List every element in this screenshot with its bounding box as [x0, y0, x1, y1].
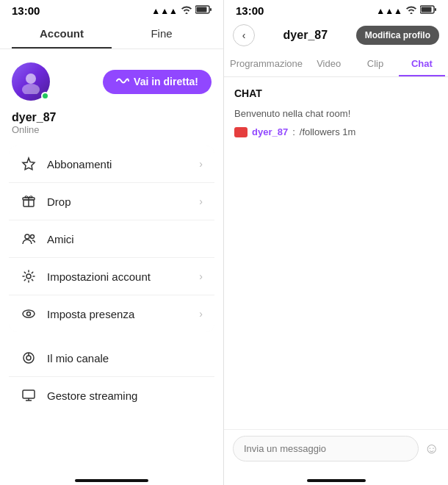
username-label: dyer_87 — [12, 111, 212, 124]
svg-rect-15 — [23, 390, 35, 398]
tab-account[interactable]: Account — [12, 20, 112, 48]
chevron-icon-presenza: › — [199, 308, 203, 320]
menu-item-presenza[interactable]: Imposta presenza › — [9, 295, 214, 332]
online-indicator — [41, 92, 49, 100]
svg-point-9 — [26, 274, 31, 279]
tab-fine[interactable]: Fine — [112, 20, 212, 48]
menu-item-amici[interactable]: Amici — [9, 220, 214, 258]
chat-message-text: /followers 1m — [300, 126, 356, 137]
svg-point-4 — [22, 84, 40, 94]
avatar-wrap — [12, 62, 50, 101]
left-panel: 13:00 ▲▲▲ Account Fine — [0, 0, 224, 485]
svg-point-11 — [27, 312, 31, 316]
right-tabs: Programmazione Video Clip Chat — [224, 52, 448, 77]
svg-rect-2 — [210, 8, 212, 11]
streaming-icon — [21, 387, 37, 403]
channel-icon — [21, 350, 37, 366]
menu-label-amici: Amici — [47, 233, 203, 245]
menu-label-presenza: Imposta presenza — [47, 308, 189, 320]
signal-icon: ▲▲▲ — [151, 6, 178, 16]
wifi-icon — [181, 5, 192, 16]
user-info: dyer_87 Online — [0, 111, 223, 146]
menu-label-canale: Il mio canale — [47, 352, 203, 364]
right-status-icons: ▲▲▲ — [376, 5, 436, 16]
user-badge-icon — [234, 127, 248, 137]
back-button[interactable]: ‹ — [233, 24, 255, 46]
star-icon — [21, 156, 37, 172]
right-battery-icon — [420, 5, 436, 16]
chat-message-colon: : — [292, 126, 295, 137]
menu-label-abbonamenti: Abbonamenti — [47, 158, 189, 170]
svg-rect-1 — [197, 7, 207, 12]
svg-point-10 — [23, 310, 35, 317]
battery-icon — [195, 5, 212, 16]
left-tabs: Account Fine — [0, 20, 223, 49]
chat-welcome: Benvenuto nella chat room! — [234, 108, 438, 119]
user-status-label: Online — [12, 124, 212, 135]
svg-point-13 — [26, 356, 31, 360]
menu-section-2: Il mio canale Gestore streaming — [9, 340, 214, 414]
go-live-button[interactable]: Vai in diretta! — [103, 70, 212, 94]
right-signal-icon: ▲▲▲ — [376, 6, 402, 16]
chat-area: CHAT Benvenuto nella chat room! dyer_87 … — [224, 77, 448, 429]
svg-rect-19 — [422, 7, 432, 12]
svg-point-3 — [26, 73, 36, 84]
go-live-label: Vai in diretta! — [134, 76, 198, 87]
eye-icon — [21, 306, 37, 322]
home-indicator-right — [307, 479, 366, 482]
tab-programmazione[interactable]: Programmazione — [227, 52, 306, 76]
left-status-bar: 13:00 ▲▲▲ — [0, 0, 223, 20]
menu-item-impostazioni[interactable]: Impostazioni account › — [9, 258, 214, 295]
right-header: ‹ dyer_87 Modifica profilo — [224, 20, 448, 52]
menu-label-streaming: Gestore streaming — [47, 389, 203, 402]
chat-input-area: ☺ — [224, 429, 448, 470]
menu-item-canale[interactable]: Il mio canale — [9, 340, 214, 377]
menu-item-streaming[interactable]: Gestore streaming — [9, 377, 214, 414]
gear-icon — [21, 268, 37, 284]
chat-input[interactable] — [233, 436, 419, 461]
chevron-icon-drop: › — [199, 195, 203, 207]
home-indicator-left — [75, 479, 148, 482]
left-time: 13:00 — [12, 4, 40, 17]
svg-point-8 — [31, 235, 35, 239]
emoji-button[interactable]: ☺ — [424, 440, 439, 457]
right-time: 13:00 — [236, 4, 264, 17]
right-bottom-bar — [224, 470, 448, 485]
left-status-icons: ▲▲▲ — [151, 5, 212, 16]
edit-profile-button[interactable]: Modifica profilo — [356, 26, 439, 45]
tab-chat[interactable]: Chat — [399, 52, 445, 76]
menu-label-drop: Drop — [47, 195, 189, 208]
profile-section: Vai in diretta! — [0, 49, 223, 111]
menu-label-impostazioni: Impostazioni account — [47, 270, 189, 283]
chevron-icon-abbonamenti: › — [199, 158, 203, 170]
left-bottom-bar — [0, 470, 223, 485]
chevron-icon-impostazioni: › — [199, 270, 203, 282]
chat-message: dyer_87 : /followers 1m — [234, 126, 438, 137]
svg-point-7 — [25, 234, 29, 239]
tab-video[interactable]: Video — [306, 52, 352, 76]
right-wifi-icon — [405, 5, 417, 16]
right-panel: 13:00 ▲▲▲ ‹ dyer_87 Modifica profilo Pro… — [224, 0, 448, 485]
tab-clip[interactable]: Clip — [352, 52, 398, 76]
menu-item-abbonamenti[interactable]: Abbonamenti › — [9, 146, 214, 183]
chat-message-user: dyer_87 — [252, 126, 288, 137]
menu-section-1: Abbonamenti › Drop › Amici Impostazioni … — [9, 146, 214, 332]
chat-title: CHAT — [234, 87, 438, 99]
right-username-label: dyer_87 — [283, 29, 328, 42]
menu-item-drop[interactable]: Drop › — [9, 183, 214, 220]
live-wave-icon — [116, 76, 129, 88]
right-status-bar: 13:00 ▲▲▲ — [224, 0, 448, 20]
svg-rect-20 — [435, 8, 436, 11]
people-icon — [21, 231, 37, 247]
gift-icon — [21, 193, 37, 209]
